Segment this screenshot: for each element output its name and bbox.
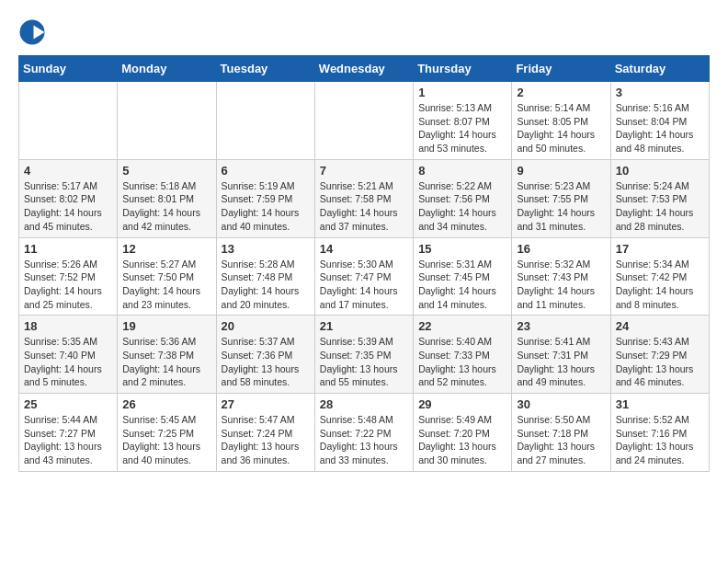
calendar-cell <box>216 82 314 160</box>
day-info: Sunrise: 5:48 AM Sunset: 7:22 PM Dayligh… <box>320 413 408 467</box>
day-number: 14 <box>320 242 408 256</box>
weekday-header-wednesday: Wednesday <box>314 56 413 82</box>
calendar-cell: 2Sunrise: 5:14 AM Sunset: 8:05 PM Daylig… <box>512 82 610 160</box>
day-info: Sunrise: 5:16 AM Sunset: 8:04 PM Dayligh… <box>616 101 704 155</box>
day-number: 6 <box>222 164 310 178</box>
calendar-cell: 3Sunrise: 5:16 AM Sunset: 8:04 PM Daylig… <box>610 82 709 160</box>
day-number: 7 <box>320 164 408 178</box>
calendar-cell: 25Sunrise: 5:44 AM Sunset: 7:27 PM Dayli… <box>19 394 118 472</box>
calendar-table: SundayMondayTuesdayWednesdayThursdayFrid… <box>18 55 710 472</box>
day-info: Sunrise: 5:45 AM Sunset: 7:25 PM Dayligh… <box>122 413 210 467</box>
calendar-week-4: 18Sunrise: 5:35 AM Sunset: 7:40 PM Dayli… <box>19 316 710 394</box>
calendar-week-5: 25Sunrise: 5:44 AM Sunset: 7:27 PM Dayli… <box>19 394 710 472</box>
calendar-cell: 1Sunrise: 5:13 AM Sunset: 8:07 PM Daylig… <box>414 82 512 160</box>
calendar-cell: 12Sunrise: 5:27 AM Sunset: 7:50 PM Dayli… <box>118 237 216 316</box>
page-header <box>18 18 710 46</box>
day-info: Sunrise: 5:18 AM Sunset: 8:01 PM Dayligh… <box>122 179 210 234</box>
day-number: 12 <box>122 242 210 256</box>
day-number: 8 <box>418 164 506 178</box>
calendar-cell: 5Sunrise: 5:18 AM Sunset: 8:01 PM Daylig… <box>118 159 216 237</box>
day-info: Sunrise: 5:13 AM Sunset: 8:07 PM Dayligh… <box>418 101 506 155</box>
day-number: 23 <box>517 319 605 333</box>
day-info: Sunrise: 5:52 AM Sunset: 7:16 PM Dayligh… <box>616 413 704 467</box>
day-info: Sunrise: 5:17 AM Sunset: 8:02 PM Dayligh… <box>24 179 112 234</box>
day-number: 26 <box>122 397 210 411</box>
weekday-header-row: SundayMondayTuesdayWednesdayThursdayFrid… <box>19 56 710 82</box>
day-number: 2 <box>517 86 605 99</box>
calendar-body: 1Sunrise: 5:13 AM Sunset: 8:07 PM Daylig… <box>19 82 710 472</box>
day-number: 27 <box>222 397 310 411</box>
calendar-cell: 10Sunrise: 5:24 AM Sunset: 7:53 PM Dayli… <box>610 159 709 237</box>
day-info: Sunrise: 5:14 AM Sunset: 8:05 PM Dayligh… <box>517 101 605 155</box>
calendar-cell <box>314 82 413 160</box>
day-info: Sunrise: 5:28 AM Sunset: 7:48 PM Dayligh… <box>222 258 310 312</box>
weekday-header-monday: Monday <box>118 56 216 82</box>
calendar-cell: 11Sunrise: 5:26 AM Sunset: 7:52 PM Dayli… <box>19 237 118 316</box>
day-number: 3 <box>616 86 704 99</box>
day-number: 22 <box>418 319 506 333</box>
day-number: 11 <box>24 242 112 256</box>
day-info: Sunrise: 5:41 AM Sunset: 7:31 PM Dayligh… <box>517 335 605 389</box>
weekday-header-thursday: Thursday <box>414 56 512 82</box>
day-info: Sunrise: 5:22 AM Sunset: 7:56 PM Dayligh… <box>418 179 506 234</box>
calendar-cell: 27Sunrise: 5:47 AM Sunset: 7:24 PM Dayli… <box>216 394 314 472</box>
weekday-header-friday: Friday <box>512 56 610 82</box>
day-number: 25 <box>24 397 112 411</box>
day-info: Sunrise: 5:24 AM Sunset: 7:53 PM Dayligh… <box>616 179 704 234</box>
weekday-header-saturday: Saturday <box>610 56 709 82</box>
calendar-cell: 28Sunrise: 5:48 AM Sunset: 7:22 PM Dayli… <box>314 394 413 472</box>
day-number: 5 <box>122 164 210 178</box>
day-info: Sunrise: 5:21 AM Sunset: 7:58 PM Dayligh… <box>320 179 408 234</box>
day-info: Sunrise: 5:43 AM Sunset: 7:29 PM Dayligh… <box>616 335 704 389</box>
day-info: Sunrise: 5:44 AM Sunset: 7:27 PM Dayligh… <box>24 413 112 467</box>
day-info: Sunrise: 5:30 AM Sunset: 7:47 PM Dayligh… <box>320 258 408 312</box>
calendar-cell: 15Sunrise: 5:31 AM Sunset: 7:45 PM Dayli… <box>414 237 512 316</box>
day-info: Sunrise: 5:26 AM Sunset: 7:52 PM Dayligh… <box>24 258 112 312</box>
day-info: Sunrise: 5:37 AM Sunset: 7:36 PM Dayligh… <box>222 335 310 389</box>
calendar-cell: 18Sunrise: 5:35 AM Sunset: 7:40 PM Dayli… <box>19 316 118 394</box>
calendar-week-3: 11Sunrise: 5:26 AM Sunset: 7:52 PM Dayli… <box>19 237 710 316</box>
day-info: Sunrise: 5:32 AM Sunset: 7:43 PM Dayligh… <box>517 258 605 312</box>
calendar-cell: 4Sunrise: 5:17 AM Sunset: 8:02 PM Daylig… <box>19 159 118 237</box>
calendar-cell <box>19 82 118 160</box>
day-info: Sunrise: 5:27 AM Sunset: 7:50 PM Dayligh… <box>122 258 210 312</box>
day-info: Sunrise: 5:31 AM Sunset: 7:45 PM Dayligh… <box>418 258 506 312</box>
day-info: Sunrise: 5:40 AM Sunset: 7:33 PM Dayligh… <box>418 335 506 389</box>
weekday-header-tuesday: Tuesday <box>216 56 314 82</box>
calendar-cell: 17Sunrise: 5:34 AM Sunset: 7:42 PM Dayli… <box>610 237 709 316</box>
day-number: 19 <box>122 319 210 333</box>
day-number: 30 <box>517 397 605 411</box>
weekday-header-sunday: Sunday <box>19 56 118 82</box>
calendar-cell: 30Sunrise: 5:50 AM Sunset: 7:18 PM Dayli… <box>512 394 610 472</box>
calendar-cell: 7Sunrise: 5:21 AM Sunset: 7:58 PM Daylig… <box>314 159 413 237</box>
day-info: Sunrise: 5:34 AM Sunset: 7:42 PM Dayligh… <box>616 258 704 312</box>
calendar-cell <box>118 82 216 160</box>
day-info: Sunrise: 5:23 AM Sunset: 7:55 PM Dayligh… <box>517 179 605 234</box>
calendar-cell: 19Sunrise: 5:36 AM Sunset: 7:38 PM Dayli… <box>118 316 216 394</box>
day-number: 24 <box>616 319 704 333</box>
day-number: 31 <box>616 397 704 411</box>
calendar-week-2: 4Sunrise: 5:17 AM Sunset: 8:02 PM Daylig… <box>19 159 710 237</box>
calendar-week-1: 1Sunrise: 5:13 AM Sunset: 8:07 PM Daylig… <box>19 82 710 160</box>
day-number: 16 <box>517 242 605 256</box>
day-number: 9 <box>517 164 605 178</box>
day-number: 4 <box>24 164 112 178</box>
day-info: Sunrise: 5:49 AM Sunset: 7:20 PM Dayligh… <box>418 413 506 467</box>
calendar-cell: 24Sunrise: 5:43 AM Sunset: 7:29 PM Dayli… <box>610 316 709 394</box>
day-number: 1 <box>418 86 506 99</box>
day-info: Sunrise: 5:50 AM Sunset: 7:18 PM Dayligh… <box>517 413 605 467</box>
day-info: Sunrise: 5:36 AM Sunset: 7:38 PM Dayligh… <box>122 335 210 389</box>
day-info: Sunrise: 5:39 AM Sunset: 7:35 PM Dayligh… <box>320 335 408 389</box>
calendar-cell: 9Sunrise: 5:23 AM Sunset: 7:55 PM Daylig… <box>512 159 610 237</box>
calendar-cell: 21Sunrise: 5:39 AM Sunset: 7:35 PM Dayli… <box>314 316 413 394</box>
calendar-cell: 8Sunrise: 5:22 AM Sunset: 7:56 PM Daylig… <box>414 159 512 237</box>
day-number: 15 <box>418 242 506 256</box>
calendar-cell: 31Sunrise: 5:52 AM Sunset: 7:16 PM Dayli… <box>610 394 709 472</box>
day-number: 10 <box>616 164 704 178</box>
calendar-cell: 16Sunrise: 5:32 AM Sunset: 7:43 PM Dayli… <box>512 237 610 316</box>
calendar-cell: 23Sunrise: 5:41 AM Sunset: 7:31 PM Dayli… <box>512 316 610 394</box>
day-info: Sunrise: 5:19 AM Sunset: 7:59 PM Dayligh… <box>222 179 310 234</box>
logo <box>18 18 51 46</box>
calendar-cell: 14Sunrise: 5:30 AM Sunset: 7:47 PM Dayli… <box>314 237 413 316</box>
calendar-cell: 22Sunrise: 5:40 AM Sunset: 7:33 PM Dayli… <box>414 316 512 394</box>
